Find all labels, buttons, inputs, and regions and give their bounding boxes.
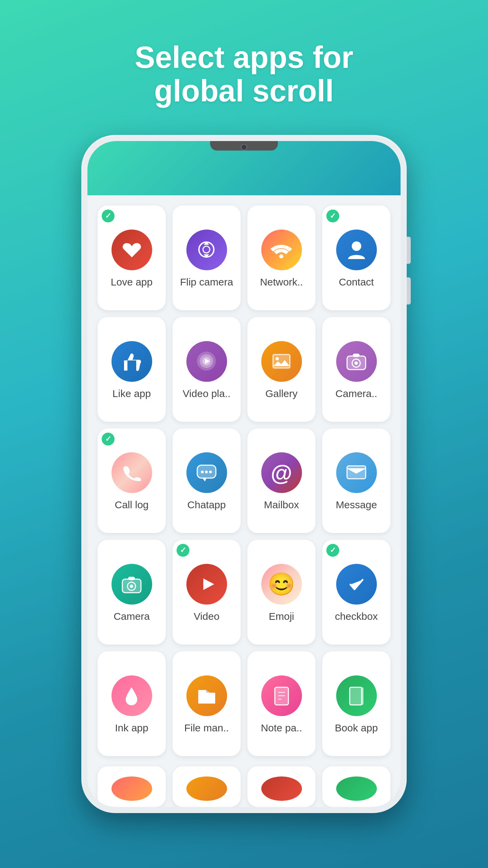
app-icon-gallery [261,341,302,382]
svg-point-1 [203,246,210,253]
app-label-chatapp: Chatapp [187,499,226,511]
page-title: Select apps for global scroll [101,41,387,108]
app-label-message: Message [336,499,377,511]
app-label-gallery: Gallery [265,388,298,399]
app-label-camera2: Camera [114,611,150,622]
svg-rect-40 [361,687,364,705]
app-card-video2[interactable]: ✓Video [172,540,241,645]
app-label-call-log: Call log [115,499,148,511]
svg-point-5 [352,241,361,251]
app-label-checkbox: checkbox [335,611,378,622]
check-badge-video2: ✓ [177,544,189,557]
app-icon-chatapp [186,452,227,493]
check-badge-checkbox: ✓ [326,544,339,557]
svg-rect-38 [350,687,362,705]
svg-marker-32 [203,578,214,590]
phone-side-btn-1 [407,237,411,264]
app-icon-note-pad [261,675,302,716]
app-label-note-pad: Note pa.. [261,722,302,734]
screen: ✓Love appFlip cameraNetwork..✓ContactLik… [87,141,401,807]
app-label-like-app: Like app [113,388,151,399]
app-card-message[interactable]: Message [322,429,390,533]
app-icon-file-man [186,675,227,716]
svg-point-21 [205,471,208,473]
app-card-love-app[interactable]: ✓Love app [98,205,166,310]
app-card-flip-camera[interactable]: Flip camera [172,205,241,310]
app-label-camera-app: Camera.. [336,388,377,399]
app-icon-bottom3 [261,776,302,801]
app-label-flip-camera: Flip camera [180,276,233,288]
svg-rect-31 [128,577,135,580]
phone-camera [241,144,247,151]
check-badge-contact: ✓ [326,210,339,222]
app-icon-ink-app [111,675,152,716]
app-card-video-player[interactable]: Video pla.. [172,317,241,422]
app-icon-love-app [111,230,152,270]
svg-rect-17 [353,354,360,357]
phone-inner: ✓Love appFlip cameraNetwork..✓ContactLik… [87,141,401,807]
app-icon-book-app [336,675,377,716]
app-icon-emoji: 😊 [261,564,302,605]
app-icon-call-log [111,452,152,493]
app-card-partial-bottom1[interactable] [98,766,166,807]
svg-point-22 [209,471,212,473]
app-icon-mailbox: @ [261,452,302,493]
phone-wrapper: ✓Love appFlip cameraNetwork..✓ContactLik… [81,135,407,813]
app-label-network: Network.. [260,276,303,288]
app-icon-video2 [186,564,227,605]
app-card-checkbox[interactable]: ✓checkbox [322,540,390,645]
app-icon-bottom4 [336,776,377,801]
app-label-file-man: File man.. [184,722,229,734]
app-icon-contact [336,230,377,270]
app-card-book-app[interactable]: Book app [322,651,390,756]
app-label-ink-app: Ink app [115,722,148,734]
app-card-network[interactable]: Network.. [247,205,316,310]
app-label-love-app: Love app [111,276,152,288]
app-label-mailbox: Mailbox [264,499,299,511]
app-card-ink-app[interactable]: Ink app [98,651,166,756]
check-badge-call-log: ✓ [102,433,115,446]
app-card-camera2[interactable]: Camera [98,540,166,645]
app-icon-message [336,452,377,493]
app-icon-bottom2 [186,776,227,801]
app-icon-network [261,230,302,270]
svg-point-16 [354,361,358,365]
app-icon-bottom1 [111,776,152,801]
phone-notch [210,141,278,151]
app-card-call-log[interactable]: ✓Call log [98,429,166,533]
apps-grid: ✓Love appFlip cameraNetwork..✓ContactLik… [87,195,401,766]
svg-point-12 [276,357,279,360]
app-card-file-man[interactable]: File man.. [172,651,241,756]
app-card-chatapp[interactable]: Chatapp [172,429,241,533]
svg-rect-10 [272,354,291,369]
phone-outer: ✓Love appFlip cameraNetwork..✓ContactLik… [81,135,407,813]
app-card-camera-app[interactable]: Camera.. [322,317,390,422]
app-card-partial-bottom4[interactable] [322,766,390,807]
app-icon-checkbox [336,564,377,605]
svg-point-4 [279,254,283,258]
app-card-note-pad[interactable]: Note pa.. [247,651,316,756]
app-card-emoji[interactable]: 😊Emoji [247,540,316,645]
svg-point-30 [130,585,133,588]
app-card-contact[interactable]: ✓Contact [322,205,390,310]
app-label-video-player: Video pla.. [183,388,230,399]
svg-point-20 [201,471,204,473]
app-card-mailbox[interactable]: @Mailbox [247,429,316,533]
phone-side-btn-2 [407,277,411,304]
app-icon-camera-app [336,341,377,382]
app-icon-flip-camera [186,230,227,270]
app-card-partial-bottom3[interactable] [247,766,316,807]
check-badge-love-app: ✓ [102,210,115,222]
app-label-book-app: Book app [335,722,378,734]
bottom-partial-row [87,766,401,807]
app-card-gallery[interactable]: Gallery [247,317,316,422]
app-label-emoji: Emoji [269,611,294,622]
app-icon-video-player [186,341,227,382]
app-icon-like-app [111,341,152,382]
app-label-contact: Contact [339,276,374,288]
app-icon-camera2 [111,564,152,605]
app-card-partial-bottom2[interactable] [172,766,241,807]
app-card-like-app[interactable]: Like app [98,317,166,422]
app-label-video2: Video [194,611,219,622]
